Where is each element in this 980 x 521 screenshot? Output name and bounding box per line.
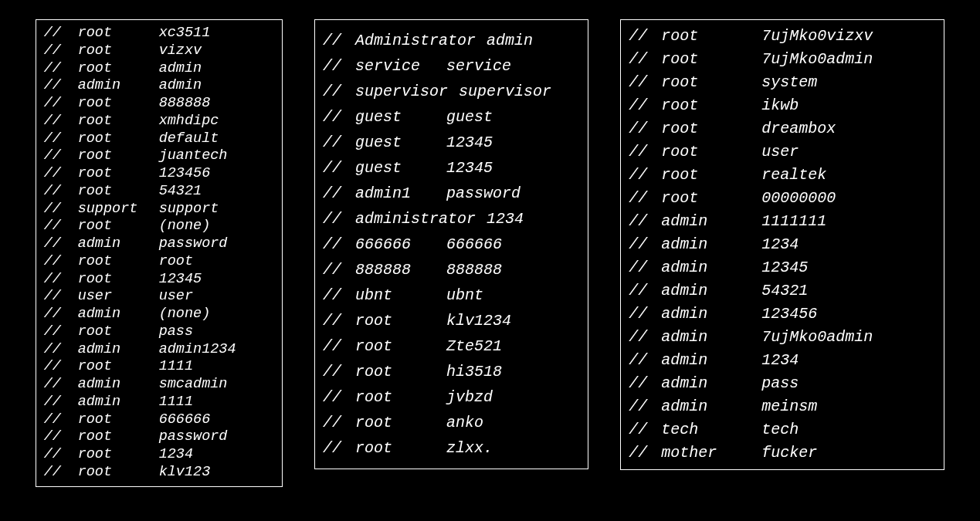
comment-prefix: //: [44, 77, 78, 95]
comment-prefix: //: [323, 232, 355, 257]
comment-prefix: //: [44, 253, 78, 271]
credential-pass: password: [159, 235, 228, 253]
credential-pass: smcadmin: [159, 376, 228, 394]
credential-user: admin: [661, 326, 761, 349]
comment-prefix: //: [323, 53, 355, 79]
credential-row: //supervisorsupervisor: [323, 79, 580, 104]
credential-user: root: [78, 446, 159, 464]
comment-prefix: //: [323, 359, 355, 384]
credential-pass: admin: [487, 28, 533, 53]
credential-user: admin: [661, 256, 761, 279]
credential-pass: root: [159, 253, 193, 271]
credential-pass: 1234: [159, 446, 193, 464]
comment-prefix: //: [629, 303, 661, 326]
credential-user: root: [661, 164, 761, 187]
comment-prefix: //: [44, 323, 78, 341]
credential-row: //Administratoradmin: [323, 28, 580, 53]
credential-row: //root123456: [44, 165, 274, 183]
credential-user: root: [78, 113, 159, 130]
credential-row: //rootvizxv: [44, 42, 274, 60]
credential-user: tech: [661, 418, 761, 441]
comment-prefix: //: [323, 104, 355, 130]
credential-row: //administrator1234: [323, 206, 580, 232]
credential-row: //rootrealtek: [629, 164, 936, 187]
credential-user: admin: [78, 341, 159, 359]
credential-pass: 7ujMko0admin: [761, 326, 873, 349]
comment-prefix: //: [629, 279, 661, 303]
credential-user: root: [78, 130, 159, 148]
credential-pass: 1111: [159, 394, 193, 411]
credential-user: admin: [661, 349, 761, 372]
credential-row: //admin1111: [44, 394, 274, 411]
credential-panel-3: //root7ujMko0vizxv//root7ujMko0admin//ro…: [620, 19, 944, 470]
comment-prefix: //: [629, 25, 661, 48]
credential-pass: ikwb: [761, 94, 799, 117]
credential-user: admin: [78, 394, 159, 411]
credential-user: root: [78, 60, 159, 78]
comment-prefix: //: [629, 164, 661, 187]
comment-prefix: //: [44, 235, 78, 253]
credential-user: root: [661, 94, 761, 117]
comment-prefix: //: [44, 446, 78, 464]
credential-row: //root(none): [44, 218, 274, 235]
comment-prefix: //: [44, 183, 78, 201]
comment-prefix: //: [629, 418, 661, 441]
credential-row: //root12345: [44, 271, 274, 289]
credential-user: root: [78, 358, 159, 376]
comment-prefix: //: [44, 60, 78, 78]
credential-row: //rootadmin: [44, 60, 274, 78]
credential-user: root: [78, 428, 159, 446]
credential-row: //root7ujMko0vizxv: [629, 25, 936, 48]
credential-row: //666666666666: [323, 232, 580, 257]
comment-prefix: //: [629, 187, 661, 210]
comment-prefix: //: [44, 147, 78, 165]
credential-row: //admin7ujMko0admin: [629, 326, 936, 349]
credential-row: //admin12345: [629, 256, 936, 279]
credential-pass: 1111111: [761, 210, 826, 233]
comment-prefix: //: [44, 306, 78, 323]
credential-user: admin: [78, 376, 159, 394]
comment-prefix: //: [629, 349, 661, 372]
credential-panel-1: //rootxc3511//rootvizxv//rootadmin//admi…: [36, 19, 283, 487]
credential-pass: jvbzd: [446, 384, 493, 410]
credential-user: admin: [78, 235, 159, 253]
credential-pass: service: [446, 53, 511, 79]
credential-user: root: [78, 411, 159, 429]
credential-user: root: [661, 187, 761, 210]
credential-pass: xc3511: [159, 25, 211, 42]
credential-row: //admin123456: [629, 303, 936, 326]
credential-row: //admin1234: [629, 349, 936, 372]
comment-prefix: //: [323, 333, 355, 359]
credential-pass: 1234: [487, 206, 524, 232]
credential-pass: 888888: [159, 95, 211, 113]
credential-row: //adminpassword: [44, 235, 274, 253]
credential-row: //adminmeinsm: [629, 395, 936, 418]
credential-row: //rootuser: [629, 140, 936, 164]
credential-pass: admin1234: [159, 341, 236, 359]
comment-prefix: //: [629, 94, 661, 117]
credential-row: //rootdreambox: [629, 117, 936, 140]
credential-pass: guest: [446, 104, 493, 130]
credential-user: 666666: [355, 232, 446, 257]
credential-row: //roothi3518: [323, 359, 580, 384]
credential-pass: 123456: [159, 165, 211, 183]
credential-user: root: [78, 165, 159, 183]
credential-row: //root1234: [44, 446, 274, 464]
credential-pass: 7ujMko0admin: [761, 48, 873, 71]
credential-user: root: [78, 95, 159, 113]
credential-pass: klv1234: [446, 308, 511, 333]
credential-row: //root54321: [44, 183, 274, 201]
credential-pass: anko: [446, 410, 483, 435]
credential-pass: zlxx.: [446, 435, 493, 461]
credential-pass: 888888: [446, 257, 502, 282]
credential-row: //supportsupport: [44, 201, 274, 218]
credential-pass: dreambox: [761, 117, 836, 140]
credential-user: root: [355, 435, 446, 461]
credential-user: admin1: [355, 181, 446, 206]
comment-prefix: //: [44, 218, 78, 235]
credential-user: guest: [355, 130, 446, 155]
credential-row: //root1111: [44, 358, 274, 376]
comment-prefix: //: [44, 165, 78, 183]
credential-user: root: [355, 384, 446, 410]
comment-prefix: //: [629, 117, 661, 140]
